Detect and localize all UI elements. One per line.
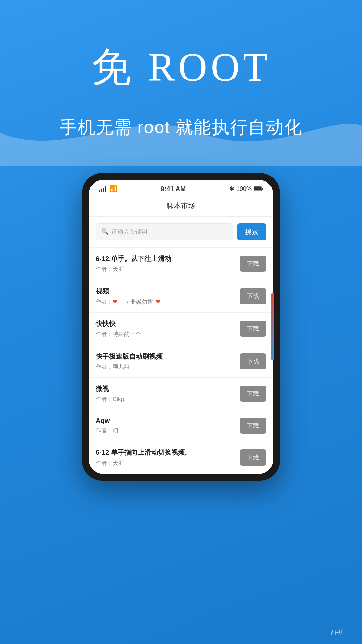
battery-text: 100% (236, 185, 252, 193)
battery-icon (254, 186, 263, 191)
phone-frame: 📶 9:41 AM ✱ 100% 脚本市场 (82, 173, 280, 481)
script-info: 快手极速版自动刷视频 作者：颖儿姐 (96, 352, 240, 371)
script-info: 微视 作者：Cikg. (96, 384, 240, 403)
phone-screen: 📶 9:41 AM ✱ 100% 脚本市场 (89, 180, 273, 474)
script-author: 作者：颖儿姐 (96, 363, 234, 371)
script-name: 6-12.单手。从下往上滑动 (96, 254, 234, 263)
script-name: 微视 (96, 384, 234, 393)
wave-decoration (0, 106, 362, 166)
script-author: 作者：❤ ╭ァ非誠勿扰°❤ (96, 298, 234, 306)
download-button[interactable]: 下载 (240, 288, 266, 304)
script-info: Aqw 作者：幻 (96, 417, 240, 434)
hero-title: 免 ROOT (20, 40, 342, 95)
signal-bars-icon (99, 186, 106, 192)
script-info: 快快快 作者：特殊的一个 (96, 319, 240, 338)
signal-bar-2 (101, 189, 102, 192)
signal-bar-1 (99, 190, 100, 192)
search-button[interactable]: 搜索 (237, 223, 266, 240)
list-item: 快手极速版自动刷视频 作者：颖儿姐 下载 (89, 345, 273, 378)
wifi-icon: 📶 (110, 185, 117, 193)
script-info: 6-12.单手。从下往上滑动 作者：天涯 (96, 254, 240, 273)
app-header: 脚本市场 (89, 196, 273, 217)
download-button[interactable]: 下载 (240, 449, 266, 466)
list-item: 快快快 作者：特殊的一个 下载 (89, 313, 273, 345)
script-name: 6-12 单手指向上滑动切换视频。 (96, 448, 234, 457)
watermark: THi (329, 628, 342, 637)
script-name: 快手极速版自动刷视频 (96, 352, 234, 361)
script-author: 作者：Cikg. (96, 395, 234, 403)
script-author: 作者：天涯 (96, 459, 234, 467)
download-button[interactable]: 下载 (240, 256, 266, 272)
list-item: 6-12.单手。从下往上滑动 作者：天涯 下载 (89, 248, 273, 280)
status-left: 📶 (99, 185, 117, 193)
app-header-title: 脚本市场 (166, 202, 196, 210)
status-right: ✱ 100% (229, 185, 263, 193)
search-placeholder: 请输入关键词 (111, 228, 147, 236)
status-bar: 📶 9:41 AM ✱ 100% (89, 180, 273, 196)
script-author: 作者：特殊的一个 (96, 330, 234, 338)
script-author: 作者：幻 (96, 427, 234, 434)
list-item: 6-12 单手指向上滑动切换视频。 作者：天涯 下载 (89, 441, 273, 474)
download-button[interactable]: 下载 (240, 386, 266, 402)
script-name: 视频 (96, 287, 234, 296)
download-button[interactable]: 下载 (240, 321, 266, 337)
script-info: 6-12 单手指向上滑动切换视频。 作者：天涯 (96, 448, 240, 467)
search-input-wrapper[interactable]: 🔍 请输入关键词 (96, 223, 233, 240)
signal-bar-4 (105, 186, 106, 192)
script-info: 视频 作者：❤ ╭ァ非誠勿扰°❤ (96, 287, 240, 306)
status-time: 9:41 AM (161, 185, 186, 193)
author-name-colored-2: ❤ (156, 299, 160, 305)
script-author: 作者：天涯 (96, 265, 234, 273)
list-item: Aqw 作者：幻 下载 (89, 410, 273, 441)
script-list: 6-12.单手。从下往上滑动 作者：天涯 下载 视频 作者：❤ ╭ァ非誠勿扰°❤… (89, 248, 273, 474)
list-item: 视频 作者：❤ ╭ァ非誠勿扰°❤ 下载 (89, 280, 273, 313)
script-name: Aqw (96, 417, 234, 425)
bluetooth-icon: ✱ (229, 185, 234, 193)
svg-rect-2 (262, 188, 263, 190)
search-icon: 🔍 (101, 228, 109, 235)
list-item: 微视 作者：Cikg. 下载 (89, 378, 273, 410)
script-name: 快快快 (96, 319, 234, 328)
download-button[interactable]: 下载 (240, 418, 266, 434)
search-section: 🔍 请输入关键词 搜索 (89, 217, 273, 248)
download-button[interactable]: 下载 (240, 353, 266, 369)
author-name-colored: ❤ (113, 299, 117, 305)
hero-section: 免 ROOT 手机无需 root 就能执行自动化 (0, 0, 362, 166)
phone-wrapper: 📶 9:41 AM ✱ 100% 脚本市场 (0, 173, 362, 507)
svg-rect-1 (254, 187, 261, 191)
signal-bar-3 (103, 188, 104, 192)
